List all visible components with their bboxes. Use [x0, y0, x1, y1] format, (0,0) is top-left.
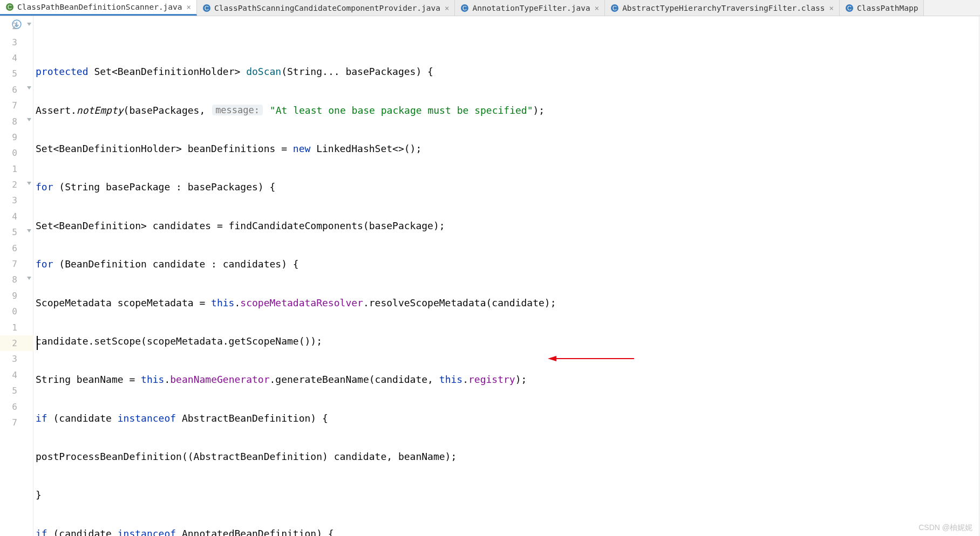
line-number: 9 [12, 132, 17, 142]
line-number: 2 [12, 180, 17, 190]
line-number: 2 [12, 21, 17, 31]
code-editor[interactable]: 2 3 4 5 6 7 8 9 0 1 2 3 4 5 6 7 8 9 0 1 … [0, 16, 980, 536]
code-line: protected Set<BeanDefinitionHolder> doSc… [33, 64, 980, 79]
line-number: 7 [12, 100, 17, 111]
code-line: postProcessBeanDefinition((AbstractBeanD… [33, 449, 980, 464]
tab-file-5[interactable]: C ClassPathMapp [840, 0, 924, 16]
line-number: 0 [12, 306, 17, 317]
java-class-icon: C [460, 4, 469, 12]
line-number: 4 [12, 370, 17, 380]
line-number: 3 [12, 354, 17, 364]
code-line: Assert.notEmpty(basePackages, message: "… [33, 102, 980, 118]
line-number: 0 [12, 148, 17, 158]
line-number: 5 [12, 386, 17, 396]
code-line: for (BeanDefinition candidate : candidat… [33, 256, 980, 272]
editor-right-border [979, 16, 979, 536]
line-number: 1 [12, 164, 17, 174]
tab-file-4[interactable]: C AbstractTypeHierarchyTraversingFilter.… [605, 0, 840, 16]
java-class-icon: C [5, 3, 14, 11]
tab-file-2[interactable]: C ClassPathScanningCandidateComponentPro… [197, 0, 455, 16]
tab-label: AnnotationTypeFilter.java [472, 4, 590, 12]
code-line: if (candidate instanceof AnnotatedBeanDe… [33, 526, 980, 536]
annotation-arrow-icon [513, 341, 599, 345]
svg-text:C: C [847, 5, 852, 11]
line-number: 6 [12, 243, 17, 253]
line-number: 6 [12, 402, 17, 412]
tab-file-3[interactable]: C AnnotationTypeFilter.java × [455, 0, 605, 16]
java-class-icon: C [202, 4, 211, 12]
code-line: candidate.setScope(scopeMetadata.getScop… [33, 333, 980, 349]
code-line: } [33, 487, 980, 503]
close-icon[interactable]: × [829, 4, 834, 12]
line-number: 4 [12, 53, 17, 63]
line-number: 1 [12, 322, 17, 333]
editor-tabs: C ClassPathBeanDefinitionScanner.java × … [0, 0, 980, 16]
code-line: Set<BeanDefinition> candidates = findCan… [33, 218, 980, 233]
tab-file-1[interactable]: C ClassPathBeanDefinitionScanner.java × [0, 0, 197, 16]
line-number: 9 [12, 291, 17, 301]
gutter: 2 3 4 5 6 7 8 9 0 1 2 3 4 5 6 7 8 9 0 1 … [0, 16, 33, 536]
tab-label: AbstractTypeHierarchyTraversingFilter.cl… [622, 4, 825, 12]
svg-text:C: C [205, 5, 209, 11]
close-icon[interactable]: × [187, 3, 191, 11]
line-number: 6 [12, 85, 17, 95]
code-area[interactable]: protected Set<BeanDefinitionHolder> doSc… [33, 16, 980, 536]
line-number: 7 [12, 259, 17, 269]
svg-marker-12 [548, 356, 556, 361]
line-number: 8 [12, 116, 17, 127]
line-number: 8 [12, 274, 17, 285]
code-line: String beanName = this.beanNameGenerator… [33, 372, 980, 387]
close-icon[interactable]: × [445, 4, 449, 12]
line-number: 5 [12, 227, 17, 237]
java-class-icon: C [610, 4, 619, 12]
line-number: 2 [12, 338, 17, 348]
close-icon[interactable]: × [595, 4, 599, 12]
java-class-icon: C [845, 4, 854, 12]
code-line: for (String basePackage : basePackages) … [33, 179, 980, 195]
tab-label: ClassPathMapp [857, 4, 918, 12]
watermark: CSDN @柚妮妮 [918, 523, 972, 533]
param-hint: message: [212, 105, 263, 115]
line-number: 5 [12, 68, 17, 79]
line-number: 3 [12, 195, 17, 205]
svg-text:C: C [462, 5, 467, 11]
code-line: Set<BeanDefinitionHolder> beanDefinition… [33, 141, 980, 156]
svg-text:C: C [612, 5, 617, 11]
tab-label: ClassPathScanningCandidateComponentProvi… [214, 4, 440, 12]
tab-label: ClassPathBeanDefinitionScanner.java [17, 3, 182, 11]
caret [37, 336, 38, 350]
code-line: ScopeMetadata scopeMetadata = this.scope… [33, 294, 980, 310]
code-line: if (candidate instanceof AbstractBeanDef… [33, 410, 980, 426]
line-number: 3 [12, 37, 17, 47]
line-number: 7 [12, 417, 17, 428]
line-number: 4 [12, 211, 17, 222]
svg-text:C: C [8, 4, 12, 10]
